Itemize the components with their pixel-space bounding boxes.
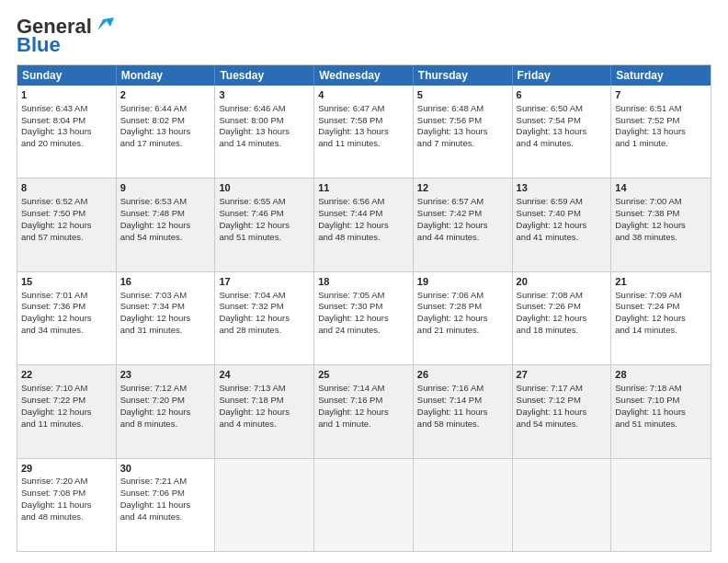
day-info-line: Daylight: 11 hours xyxy=(417,407,508,419)
calendar-day-2: 2Sunrise: 6:44 AMSunset: 8:02 PMDaylight… xyxy=(117,86,216,178)
day-info-line: and 18 minutes. xyxy=(517,325,608,337)
logo-bird-icon xyxy=(94,14,114,34)
calendar-day-13: 13Sunrise: 6:59 AMSunset: 7:40 PMDayligh… xyxy=(513,178,612,270)
calendar-day-29: 29Sunrise: 7:20 AMSunset: 7:08 PMDayligh… xyxy=(17,459,117,551)
day-info-line: and 28 minutes. xyxy=(219,325,310,337)
day-info-line: Daylight: 12 hours xyxy=(318,313,409,325)
day-info-line: and 41 minutes. xyxy=(517,232,608,244)
calendar-empty-cell xyxy=(513,459,612,551)
calendar-day-22: 22Sunrise: 7:10 AMSunset: 7:22 PMDayligh… xyxy=(17,365,117,457)
day-info-line: Sunrise: 7:20 AM xyxy=(21,476,112,488)
calendar-header: SundayMondayTuesdayWednesdayThursdayFrid… xyxy=(17,65,711,86)
day-info-line: Sunset: 7:14 PM xyxy=(417,395,508,407)
day-info-line: Daylight: 12 hours xyxy=(517,220,608,232)
day-number: 25 xyxy=(318,368,409,382)
day-info-line: Sunset: 7:20 PM xyxy=(120,395,211,407)
day-info-line: Daylight: 12 hours xyxy=(120,407,211,419)
calendar-day-21: 21Sunrise: 7:09 AMSunset: 7:24 PMDayligh… xyxy=(611,272,711,364)
calendar-day-15: 15Sunrise: 7:01 AMSunset: 7:36 PMDayligh… xyxy=(17,272,117,364)
day-info-line: Sunrise: 6:59 AM xyxy=(517,196,608,208)
day-number: 27 xyxy=(517,368,608,382)
day-info-line: Sunset: 7:06 PM xyxy=(120,488,211,500)
day-number: 28 xyxy=(615,368,707,382)
calendar-empty-cell xyxy=(414,459,513,551)
day-info-line: Sunrise: 7:00 AM xyxy=(615,196,707,208)
calendar-day-7: 7Sunrise: 6:51 AMSunset: 7:52 PMDaylight… xyxy=(611,86,711,178)
day-info-line: Daylight: 12 hours xyxy=(417,220,508,232)
header-day-wednesday: Wednesday xyxy=(314,65,414,86)
day-info-line: and 48 minutes. xyxy=(318,232,409,244)
day-info-line: and 4 minutes. xyxy=(219,419,310,431)
day-info-line: and 1 minute. xyxy=(318,419,409,431)
day-info-line: Daylight: 12 hours xyxy=(21,220,112,232)
day-info-line: and 57 minutes. xyxy=(21,232,112,244)
day-info-line: Sunset: 7:42 PM xyxy=(417,208,508,220)
day-info-line: and 17 minutes. xyxy=(120,138,211,150)
day-info-line: Sunset: 7:58 PM xyxy=(318,115,409,127)
day-info-line: Sunrise: 7:03 AM xyxy=(120,290,211,302)
day-info-line: Sunrise: 6:50 AM xyxy=(517,103,608,115)
day-info-line: Sunset: 7:28 PM xyxy=(417,301,508,313)
day-number: 21 xyxy=(615,275,707,289)
day-info-line: Daylight: 12 hours xyxy=(615,220,707,232)
day-number: 20 xyxy=(517,275,608,289)
logo-blue: Blue xyxy=(17,33,61,57)
day-number: 4 xyxy=(318,88,409,102)
day-info-line: Daylight: 12 hours xyxy=(219,407,310,419)
day-info-line: Sunrise: 6:48 AM xyxy=(417,103,508,115)
calendar-week-1: 1Sunrise: 6:43 AMSunset: 8:04 PMDaylight… xyxy=(17,86,711,178)
day-number: 7 xyxy=(615,88,707,102)
day-info-line: and 31 minutes. xyxy=(120,325,211,337)
calendar-day-19: 19Sunrise: 7:06 AMSunset: 7:28 PMDayligh… xyxy=(414,272,513,364)
day-info-line: Sunset: 8:02 PM xyxy=(120,115,211,127)
calendar-day-28: 28Sunrise: 7:18 AMSunset: 7:10 PMDayligh… xyxy=(611,365,711,457)
day-info-line: and 14 minutes. xyxy=(615,325,707,337)
day-info-line: Sunset: 7:24 PM xyxy=(615,301,707,313)
day-info-line: Daylight: 12 hours xyxy=(219,313,310,325)
day-info-line: Sunset: 7:36 PM xyxy=(21,301,112,313)
day-info-line: Daylight: 13 hours xyxy=(318,126,409,138)
calendar-day-25: 25Sunrise: 7:14 AMSunset: 7:16 PMDayligh… xyxy=(314,365,414,457)
day-number: 24 xyxy=(219,368,310,382)
day-info-line: Sunrise: 7:16 AM xyxy=(417,383,508,395)
day-info-line: and 54 minutes. xyxy=(120,232,211,244)
day-number: 5 xyxy=(417,88,508,102)
day-info-line: Sunset: 7:12 PM xyxy=(517,395,608,407)
day-info-line: Sunrise: 7:17 AM xyxy=(517,383,608,395)
day-info-line: Sunrise: 7:12 AM xyxy=(120,383,211,395)
day-info-line: Sunset: 7:32 PM xyxy=(219,301,310,313)
day-info-line: Sunset: 7:08 PM xyxy=(21,488,112,500)
day-info-line: and 1 minute. xyxy=(615,138,707,150)
day-info-line: Sunset: 7:54 PM xyxy=(517,115,608,127)
day-info-line: and 8 minutes. xyxy=(120,419,211,431)
calendar-week-2: 8Sunrise: 6:52 AMSunset: 7:50 PMDaylight… xyxy=(17,178,711,270)
day-info-line: Sunrise: 7:09 AM xyxy=(615,290,707,302)
day-info-line: Daylight: 11 hours xyxy=(517,407,608,419)
day-info-line: Daylight: 12 hours xyxy=(120,220,211,232)
calendar-day-4: 4Sunrise: 6:47 AMSunset: 7:58 PMDaylight… xyxy=(314,86,414,178)
calendar-day-9: 9Sunrise: 6:53 AMSunset: 7:48 PMDaylight… xyxy=(117,178,216,270)
day-info-line: Sunset: 7:16 PM xyxy=(318,395,409,407)
calendar-day-3: 3Sunrise: 6:46 AMSunset: 8:00 PMDaylight… xyxy=(215,86,314,178)
day-info-line: Sunset: 8:04 PM xyxy=(21,115,112,127)
day-number: 8 xyxy=(21,181,112,195)
day-number: 23 xyxy=(120,368,211,382)
day-info-line: Daylight: 12 hours xyxy=(417,313,508,325)
day-info-line: Daylight: 13 hours xyxy=(517,126,608,138)
header-day-thursday: Thursday xyxy=(414,65,513,86)
calendar-day-27: 27Sunrise: 7:17 AMSunset: 7:12 PMDayligh… xyxy=(513,365,612,457)
day-number: 19 xyxy=(417,275,508,289)
day-info-line: and 51 minutes. xyxy=(219,232,310,244)
day-info-line: Sunset: 7:22 PM xyxy=(21,395,112,407)
day-info-line: Daylight: 13 hours xyxy=(615,126,707,138)
day-info-line: Sunrise: 7:01 AM xyxy=(21,290,112,302)
day-info-line: Sunrise: 7:13 AM xyxy=(219,383,310,395)
calendar-day-26: 26Sunrise: 7:16 AMSunset: 7:14 PMDayligh… xyxy=(414,365,513,457)
day-info-line: Daylight: 11 hours xyxy=(615,407,707,419)
day-info-line: Sunrise: 6:52 AM xyxy=(21,196,112,208)
calendar-day-14: 14Sunrise: 7:00 AMSunset: 7:38 PMDayligh… xyxy=(611,178,711,270)
day-info-line: and 38 minutes. xyxy=(615,232,707,244)
calendar-day-11: 11Sunrise: 6:56 AMSunset: 7:44 PMDayligh… xyxy=(314,178,414,270)
day-info-line: and 48 minutes. xyxy=(21,511,112,523)
day-info-line: Sunset: 7:38 PM xyxy=(615,208,707,220)
